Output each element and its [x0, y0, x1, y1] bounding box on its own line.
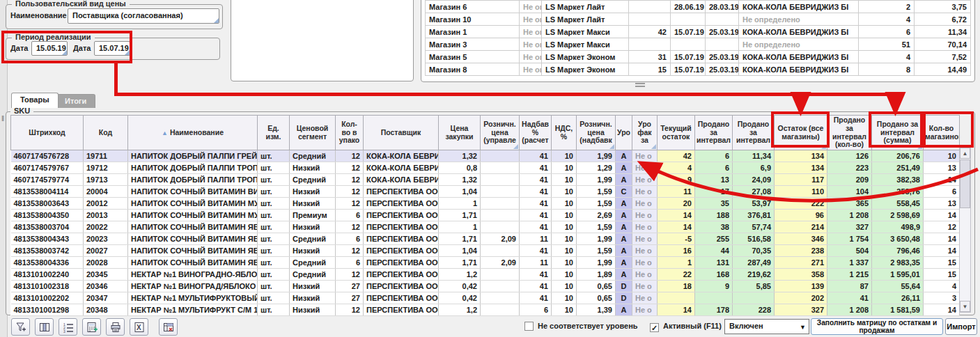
- sku-cell[interactable]: 27: [336, 292, 364, 304]
- sku-cell[interactable]: шт.: [258, 186, 290, 198]
- sku-cell[interactable]: ПЕРСПЕКТИВА ООО: [364, 210, 439, 221]
- sku-cell[interactable]: шт.: [258, 221, 290, 233]
- sku-cell[interactable]: 1,99: [577, 150, 616, 162]
- sku-cell[interactable]: 6: [695, 150, 733, 162]
- sku-cell[interactable]: 41: [520, 245, 552, 257]
- sku-cell[interactable]: 139: [775, 281, 827, 292]
- sku-cell[interactable]: [481, 210, 520, 221]
- sku-cell[interactable]: 1,71: [439, 257, 481, 269]
- sku-cell[interactable]: 1 754: [827, 233, 872, 245]
- store-cell[interactable]: Не опр: [520, 13, 542, 26]
- sku-cell[interactable]: 9: [658, 174, 695, 186]
- sku-cell[interactable]: 558,45: [872, 198, 924, 210]
- sku-cell[interactable]: НЕКТАР №1 ВИНОГРАД/ЯБЛОКО 0 2: [128, 281, 258, 292]
- store-cell[interactable]: LS Маркет Макси: [542, 26, 629, 38]
- sku-cell[interactable]: 1: [439, 198, 481, 210]
- sku-cell[interactable]: 11,34: [733, 150, 775, 162]
- price-view-name-input[interactable]: Поставщика (согласованная): [68, 8, 219, 24]
- sku-cell[interactable]: 19713: [84, 174, 128, 186]
- grid-vertical-scrollbar[interactable]: ▲ ▼: [959, 147, 971, 313]
- sku-cell[interactable]: 1,99: [577, 257, 616, 269]
- sku-cell[interactable]: 4: [658, 162, 695, 174]
- sku-row[interactable]: 481353800433620028НАПИТОК СОЧНЫЙ ВИТАМИН…: [11, 257, 960, 269]
- column-header[interactable]: Ценовой сегмент: [290, 116, 336, 150]
- fill-matrix-button[interactable]: Заполнить матрицу по остаткам и продажам: [811, 318, 943, 335]
- sku-cell[interactable]: 4607174579774: [11, 174, 84, 186]
- store-cell[interactable]: Не определено: [739, 38, 859, 51]
- sku-cell[interactable]: шт.: [258, 162, 290, 174]
- sku-cell[interactable]: 2 598,69: [872, 210, 924, 221]
- sku-cell[interactable]: [481, 221, 520, 233]
- sku-cell[interactable]: КОКА-КОЛА БЕВРИДЖИ:: [364, 150, 439, 162]
- sku-cell[interactable]: Низкий: [290, 221, 336, 233]
- sku-cell[interactable]: [481, 281, 520, 292]
- sku-cell[interactable]: Не о: [632, 245, 658, 257]
- sku-cell[interactable]: 20345: [84, 269, 128, 281]
- sku-cell[interactable]: Не о: [632, 186, 658, 198]
- sku-cell[interactable]: 41: [520, 198, 552, 210]
- sku-grid[interactable]: ШтрихкодКод▲НаименованиеЕд. изм.Ценовой …: [10, 115, 960, 316]
- store-cell[interactable]: 4: [859, 13, 915, 26]
- sku-cell[interactable]: 4813101001298: [11, 304, 84, 316]
- sku-cell[interactable]: 6: [336, 210, 364, 221]
- sku-cell[interactable]: 15: [924, 269, 960, 281]
- sku-cell[interactable]: 255: [695, 233, 733, 245]
- column-header[interactable]: Уро: [616, 116, 632, 150]
- sku-cell[interactable]: шт.: [258, 269, 290, 281]
- sku-cell[interactable]: 258,76: [872, 186, 924, 198]
- sku-cell[interactable]: Низкий: [290, 186, 336, 198]
- sku-cell[interactable]: НАПИТОК ДОБРЫЙ ПАЛПИ ТРОПИЧ: [128, 162, 258, 174]
- sku-cell[interactable]: 0,42: [439, 292, 481, 304]
- sku-cell[interactable]: 13: [924, 198, 960, 210]
- sku-cell[interactable]: 365: [827, 198, 872, 210]
- column-header[interactable]: Остаток (все магазины): [775, 116, 827, 150]
- excel-export-icon[interactable]: X: [130, 318, 148, 336]
- column-header[interactable]: Поставщик: [364, 116, 439, 150]
- sku-cell[interactable]: НАПИТОК СОЧНЫЙ ВИТАМИН ЯБЛ/В: [128, 257, 258, 269]
- sku-cell[interactable]: ПЕРСПЕКТИВА ООО: [364, 292, 439, 304]
- sku-cell[interactable]: 38: [695, 221, 733, 233]
- sku-cell[interactable]: 17: [695, 186, 733, 198]
- store-cell[interactable]: LS Маркет Эконом: [542, 63, 629, 76]
- sku-cell[interactable]: ПЕРСПЕКТИВА ООО: [364, 221, 439, 233]
- sku-cell[interactable]: 20022: [84, 221, 128, 233]
- sku-cell[interactable]: 24,09: [733, 174, 775, 186]
- sku-cell[interactable]: -5: [658, 233, 695, 245]
- store-cell[interactable]: КОКА-КОЛА БЕВРИДЖИЗ БІ: [739, 26, 859, 38]
- sku-cell[interactable]: 10: [552, 233, 577, 245]
- sku-cell[interactable]: 19711: [84, 150, 128, 162]
- sku-cell[interactable]: 10: [552, 304, 577, 316]
- sku-cell[interactable]: 131: [695, 257, 733, 269]
- sku-cell[interactable]: Низкий: [290, 245, 336, 257]
- date2-input[interactable]: 15.07.19: [94, 41, 130, 56]
- tab-itogi[interactable]: Итоги: [56, 94, 95, 108]
- sku-cell[interactable]: 1,2: [439, 304, 481, 316]
- sku-cell[interactable]: Низкий: [290, 198, 336, 210]
- sku-cell[interactable]: 18: [658, 281, 695, 292]
- sku-cell[interactable]: 382,38: [872, 174, 924, 186]
- store-cell[interactable]: 4: [859, 51, 915, 63]
- sku-cell[interactable]: C: [616, 186, 632, 198]
- sku-cell[interactable]: 9: [695, 281, 733, 292]
- sku-cell[interactable]: 1,04: [439, 245, 481, 257]
- sku-cell[interactable]: 222: [775, 198, 827, 210]
- sku-cell[interactable]: Средний: [290, 257, 336, 269]
- sku-cell[interactable]: 41: [827, 292, 872, 304]
- date1-input[interactable]: 15.05.19: [31, 41, 68, 56]
- sku-cell[interactable]: Низкий: [290, 304, 336, 316]
- sku-cell[interactable]: 4813538004114: [11, 186, 84, 198]
- store-cell[interactable]: 51: [859, 38, 915, 51]
- sku-cell[interactable]: 1,59: [577, 221, 616, 233]
- store-cell[interactable]: 11,34: [915, 26, 971, 38]
- sku-cell[interactable]: 10: [552, 210, 577, 221]
- sku-cell[interactable]: НАПИТОК СОЧНЫЙ ВИТАМИН МУЛЬ: [128, 198, 258, 210]
- sku-cell[interactable]: 41: [520, 210, 552, 221]
- sku-row[interactable]: 481353800370420022НАПИТОК СОЧНЫЙ ВИТАМИН…: [11, 221, 960, 233]
- sku-row[interactable]: 481310100129820348НЕКТАР №1 МУЛЬТИФРУКТ …: [11, 304, 960, 316]
- sku-cell[interactable]: 287,49: [733, 257, 775, 269]
- sku-cell[interactable]: 4813538003643: [11, 198, 84, 210]
- sku-cell[interactable]: Низкий: [290, 162, 336, 174]
- sku-cell[interactable]: 4813101002318: [11, 281, 84, 292]
- sku-cell[interactable]: 1 208: [827, 304, 872, 316]
- sku-cell[interactable]: [481, 186, 520, 198]
